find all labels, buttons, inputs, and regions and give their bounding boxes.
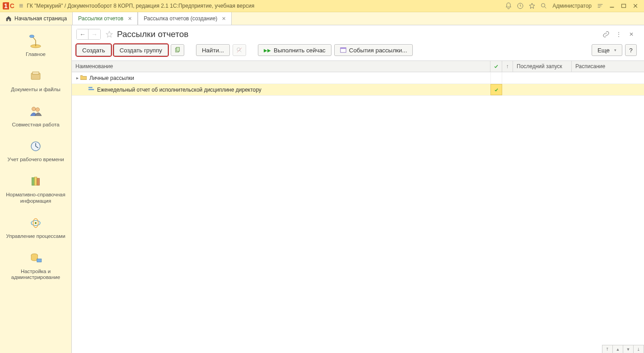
server-icon (28, 251, 43, 266)
sidebar: Главное Документы и файлы Совместная раб… (0, 25, 72, 353)
button-label: ? (629, 47, 632, 54)
svg-point-4 (30, 35, 34, 38)
col-last-run[interactable]: Последний запуск (513, 61, 572, 72)
create-group-button[interactable]: Создать группу (114, 44, 168, 56)
nav-item-documents[interactable]: Документы и файлы (2, 69, 70, 93)
svg-point-20 (237, 48, 240, 51)
svg-point-7 (32, 107, 36, 111)
nav-item-timekeeping[interactable]: Учет рабочего времени (2, 139, 70, 163)
close-icon[interactable]: ✕ (128, 16, 132, 22)
search-icon[interactable] (539, 1, 548, 10)
nav-item-reference-info[interactable]: Нормативно-справочная информация (2, 174, 70, 204)
folder-icon (80, 74, 87, 81)
nav-item-main[interactable]: Главное (2, 33, 70, 58)
button-label: Еще (597, 47, 610, 54)
svg-rect-11 (34, 177, 37, 185)
tab-report-mailing-creation[interactable]: Рассылка отчетов (создание) ✕ (138, 12, 232, 25)
svg-rect-17 (37, 259, 42, 262)
document-icon (88, 86, 94, 93)
table: Наименование ↑ Последний запуск Расписан… (72, 60, 644, 96)
tab-label: Рассылки отчетов (78, 15, 123, 22)
svg-rect-2 (622, 4, 626, 8)
list-up-icon[interactable]: ▲ (612, 345, 623, 353)
table-header: Наименование ↑ Последний запуск Расписан… (72, 61, 644, 72)
svg-rect-12 (37, 178, 40, 186)
list-nav-controls: ⤒ ▲ ▼ ⤓ (602, 345, 644, 353)
nav-label: Совместная работа (2, 122, 70, 128)
svg-rect-22 (341, 47, 346, 49)
close-icon[interactable]: ✕ (222, 16, 226, 22)
nav-label: Главное (2, 51, 70, 58)
cancel-search-button[interactable] (233, 44, 246, 56)
col-name[interactable]: Наименование (72, 61, 490, 72)
back-button[interactable]: ← (77, 29, 89, 39)
copy-icon (174, 47, 181, 53)
copy-button[interactable] (171, 44, 184, 56)
home-tab[interactable]: Начальная страница (0, 12, 72, 25)
tab-label: Рассылка отчетов (создание) (144, 15, 217, 22)
close-form-icon[interactable]: ✕ (627, 30, 636, 39)
list-down-icon[interactable]: ▼ (623, 345, 633, 353)
button-label: События рассылки... (349, 47, 407, 54)
close-window-icon[interactable] (631, 2, 639, 10)
nav-item-collaboration[interactable]: Совместная работа (2, 104, 70, 128)
svg-point-15 (35, 222, 37, 224)
tab-report-mailings[interactable]: Рассылки отчетов ✕ (72, 12, 138, 25)
maximize-icon[interactable] (620, 2, 628, 10)
content-header: ← → Рассылки отчетов ⋮ ✕ (72, 25, 644, 40)
col-sort[interactable]: ↑ (502, 61, 513, 72)
svg-point-8 (36, 107, 40, 111)
folder-docs-icon (28, 69, 43, 84)
svg-rect-23 (89, 87, 93, 88)
title-bar: 1C ≡ ГК "Меркурий" / Документооборот 8 К… (0, 0, 644, 12)
books-icon (28, 174, 43, 189)
forward-button[interactable]: → (89, 29, 100, 39)
nav-item-process-management[interactable]: Управление процессами (2, 215, 70, 240)
nav-label: Нормативно-справочная информация (2, 192, 70, 204)
logo-1c: 1C (3, 2, 15, 9)
nav-label: Настройка и администрирование (2, 269, 70, 281)
table-row-group[interactable]: ▸ Личные рассылки (72, 72, 644, 84)
list-first-icon[interactable]: ⤒ (602, 345, 612, 353)
content-area: ← → Рассылки отчетов ⋮ ✕ Создать Создать… (72, 25, 644, 353)
create-button[interactable]: Создать (76, 44, 111, 56)
nav-label: Документы и файлы (2, 87, 70, 93)
run-now-button[interactable]: ▶▶ Выполнить сейчас (258, 44, 331, 56)
table-row-item[interactable]: Еженедельный отчет об исполнительской ди… (72, 84, 644, 96)
favorite-star-icon[interactable] (104, 29, 114, 39)
button-label: Найти... (202, 47, 224, 54)
col-schedule[interactable]: Расписание (572, 61, 644, 72)
settings-lines-icon[interactable] (596, 1, 605, 10)
minimize-icon[interactable] (608, 2, 616, 10)
play-icon: ▶▶ (264, 48, 271, 53)
toolbar: Создать Создать группу Найти... ▶▶ Выпол… (72, 40, 644, 60)
process-icon (28, 215, 43, 231)
tab-bar: Начальная страница Рассылки отчетов ✕ Ра… (0, 12, 644, 25)
cancel-search-icon (236, 47, 243, 53)
col-prepared[interactable] (490, 61, 502, 72)
cell-name: Личные рассылки (89, 75, 134, 81)
list-last-icon[interactable]: ⤓ (633, 345, 644, 353)
more-button[interactable]: Еще▾ (592, 44, 622, 56)
svg-rect-10 (32, 178, 35, 186)
nav-label: Управление процессами (2, 233, 70, 240)
home-tab-label: Начальная страница (14, 15, 67, 22)
mailing-events-button[interactable]: События рассылки... (334, 44, 413, 56)
find-button[interactable]: Найти... (196, 44, 230, 56)
calendar-icon (340, 46, 346, 54)
nav-item-settings-admin[interactable]: Настройка и администрирование (2, 251, 70, 281)
clock-icon (28, 139, 43, 154)
app-title: ГК "Меркурий" / Документооборот 8 КОРП, … (27, 3, 254, 9)
bell-icon[interactable] (504, 1, 513, 10)
svg-rect-19 (176, 47, 179, 51)
main-menu-icon[interactable]: ≡ (19, 2, 23, 10)
expand-icon[interactable]: ▸ (76, 75, 79, 80)
more-vert-icon[interactable]: ⋮ (614, 30, 623, 39)
help-button[interactable]: ? (625, 44, 637, 56)
user-name[interactable]: Администратор (552, 3, 592, 9)
history-icon[interactable] (516, 1, 525, 10)
star-icon[interactable] (527, 1, 537, 10)
desk-lamp-icon (28, 33, 43, 49)
link-icon[interactable] (602, 30, 611, 39)
cell-prepared (490, 84, 502, 95)
